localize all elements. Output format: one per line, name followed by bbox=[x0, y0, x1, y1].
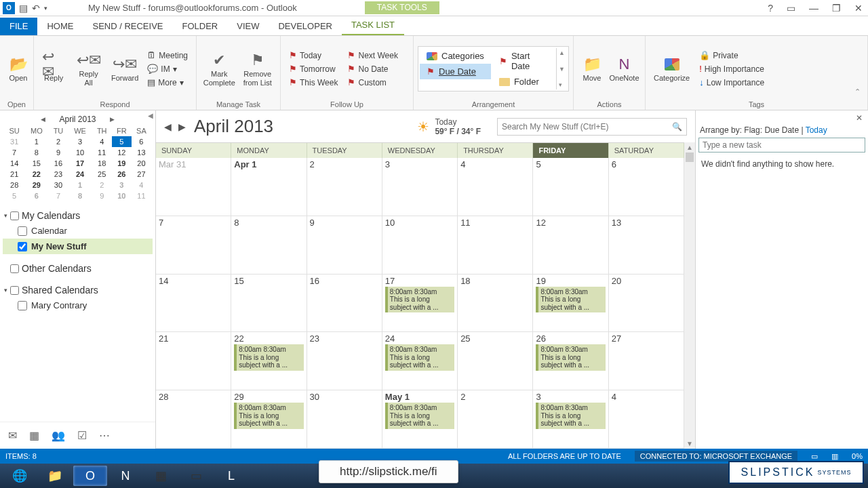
mynewstuff-checkbox[interactable] bbox=[18, 242, 27, 251]
minical-day[interactable]: 13 bbox=[132, 147, 151, 158]
minical-day[interactable]: 26 bbox=[112, 169, 132, 180]
minical-day[interactable]: 9 bbox=[48, 147, 68, 158]
arrangement-folder[interactable]: Folder bbox=[492, 74, 555, 89]
categorize-button[interactable]: Categorize bbox=[650, 54, 694, 83]
cal-day-cell[interactable]: May 18:00am 8:30amThis is a long subject… bbox=[382, 390, 458, 448]
cal-day-cell[interactable]: 248:00am 8:30amThis is a long subject wi… bbox=[382, 332, 458, 390]
cal-day-cell[interactable]: 198:00am 8:30amThis is a long subject wi… bbox=[533, 274, 608, 332]
tool-tab[interactable]: TASK TOOLS bbox=[365, 1, 439, 14]
ribbon-options-icon[interactable]: ▭ bbox=[784, 3, 798, 14]
tab-home[interactable]: HOME bbox=[37, 18, 83, 35]
minical-day[interactable]: 3 bbox=[68, 136, 92, 147]
qat-dropdown-icon[interactable]: ▾ bbox=[44, 5, 47, 12]
arrange-by-label[interactable]: Arrange by: Flag: Due Date | Today bbox=[698, 124, 865, 138]
minical-day[interactable]: 15 bbox=[24, 158, 48, 169]
taskbar-ie[interactable]: 🌐 bbox=[3, 466, 37, 486]
shared-calendars-checkbox[interactable] bbox=[10, 286, 19, 295]
minical-day[interactable]: 7 bbox=[4, 147, 24, 158]
mini-calendar[interactable]: ◀ April 2013 ▶ SUMOTUWETHFRSA31123456789… bbox=[0, 110, 155, 204]
arr-scroll-down-icon[interactable]: ▼ bbox=[559, 66, 565, 73]
cal-day-cell[interactable]: 23 bbox=[307, 332, 382, 390]
cal-day-cell[interactable]: 20 bbox=[609, 274, 684, 332]
tab-folder[interactable]: FOLDER bbox=[173, 18, 228, 35]
minical-day[interactable]: 12 bbox=[112, 147, 132, 158]
cal-day-cell[interactable]: 11 bbox=[458, 216, 533, 274]
cal-next-icon[interactable]: ▶ bbox=[178, 121, 186, 132]
onenote-button[interactable]: NOneNote bbox=[608, 54, 641, 83]
cal-day-cell[interactable]: 25 bbox=[458, 332, 533, 390]
cal-day-cell[interactable]: 178:00am 8:30amThis is a long subject wi… bbox=[382, 274, 458, 332]
minical-day[interactable]: 6 bbox=[132, 136, 151, 147]
cal-day-cell[interactable]: 9 bbox=[307, 216, 382, 274]
minical-day[interactable]: 18 bbox=[92, 158, 112, 169]
minical-day[interactable]: 14 bbox=[4, 158, 24, 169]
followup-tomorrow[interactable]: ⚑Tomorrow bbox=[285, 62, 342, 75]
minical-day[interactable]: 2 bbox=[92, 180, 112, 190]
minical-day[interactable]: 5 bbox=[112, 136, 132, 147]
low-importance-button[interactable]: ↓Low Importance bbox=[695, 76, 768, 89]
minical-day[interactable]: 11 bbox=[92, 147, 112, 158]
cal-day-cell[interactable]: 3 bbox=[382, 158, 458, 216]
reply-button[interactable]: ↩✉Reply bbox=[38, 54, 69, 83]
cal-day-cell[interactable]: 12 bbox=[533, 216, 608, 274]
undo-icon[interactable]: ↶ bbox=[32, 3, 40, 14]
minical-day[interactable]: 27 bbox=[132, 169, 151, 180]
minical-day[interactable]: 10 bbox=[68, 147, 92, 158]
cal-day-cell[interactable]: 8 bbox=[231, 216, 307, 274]
zoom-level[interactable]: 0% bbox=[852, 452, 863, 460]
tab-view[interactable]: VIEW bbox=[227, 18, 269, 35]
minical-day[interactable]: 24 bbox=[68, 169, 92, 180]
cal-day-cell[interactable]: 2 bbox=[307, 158, 382, 216]
meeting-button[interactable]: 🗓Meeting bbox=[143, 49, 192, 62]
minical-day[interactable]: 4 bbox=[132, 180, 151, 190]
calendar-appointment[interactable]: 8:00am 8:30amThis is a long subject with… bbox=[234, 403, 303, 429]
cal-day-cell[interactable]: 4 bbox=[458, 158, 533, 216]
arrangement-start-date[interactable]: ⚑Start Date bbox=[492, 48, 555, 74]
scrollbar-thumb[interactable] bbox=[686, 152, 694, 162]
taskbar-app1[interactable]: ▦ bbox=[144, 466, 178, 486]
help-icon[interactable]: ? bbox=[765, 3, 776, 14]
nav-tasks-icon[interactable]: ☑ bbox=[77, 429, 87, 442]
arrange-today-link[interactable]: Today bbox=[806, 125, 827, 135]
cal-day-cell[interactable]: 30 bbox=[307, 390, 382, 448]
minical-prev-icon[interactable]: ◀ bbox=[41, 116, 45, 123]
cal-day-cell[interactable]: 4 bbox=[609, 390, 684, 448]
remove-from-list-button[interactable]: ⚑Remove from List bbox=[239, 49, 277, 87]
minical-day[interactable]: 6 bbox=[24, 190, 48, 201]
cal-scroll-up-icon[interactable]: ▲ bbox=[686, 144, 693, 151]
taskpane-close-icon[interactable]: ✕ bbox=[698, 113, 865, 124]
mary-checkbox[interactable] bbox=[18, 301, 27, 310]
nav-calendar-icon[interactable]: ▦ bbox=[29, 429, 39, 442]
leftnav-collapse-icon[interactable]: ◀ bbox=[148, 112, 153, 119]
calendar-appointment[interactable]: 8:00am 8:30amThis is a long subject with… bbox=[385, 344, 454, 371]
private-button[interactable]: 🔒Private bbox=[695, 49, 768, 62]
other-calendars-checkbox[interactable] bbox=[10, 264, 19, 273]
minical-day[interactable]: 4 bbox=[92, 136, 112, 147]
minical-day[interactable]: 20 bbox=[132, 158, 151, 169]
minical-day[interactable]: 17 bbox=[68, 158, 92, 169]
cal-day-cell[interactable]: 7 bbox=[156, 216, 231, 274]
cal-day-cell[interactable]: 268:00am 8:30amThis is a long subject wi… bbox=[533, 332, 608, 390]
cal-day-cell[interactable]: 18 bbox=[458, 274, 533, 332]
open-button[interactable]: 📂Open bbox=[4, 54, 33, 83]
minical-day[interactable]: 30 bbox=[48, 180, 68, 190]
arr-more-icon[interactable]: ▾ bbox=[559, 81, 565, 88]
search-input[interactable] bbox=[502, 122, 672, 131]
cal-day-cell[interactable]: 38:00am 8:30amThis is a long subject wit… bbox=[533, 390, 608, 448]
minical-day[interactable]: 31 bbox=[4, 136, 24, 147]
taskbar-onenote[interactable]: N bbox=[108, 466, 142, 486]
tab-send-receive[interactable]: SEND / RECEIVE bbox=[83, 18, 172, 35]
other-calendars-group[interactable]: ▾Other Calendars bbox=[3, 261, 153, 276]
minical-day[interactable]: 22 bbox=[24, 169, 48, 180]
minical-day[interactable]: 9 bbox=[92, 190, 112, 201]
cal-day-cell[interactable]: Mar 31 bbox=[156, 158, 231, 216]
high-importance-button[interactable]: !High Importance bbox=[695, 62, 768, 75]
minical-day[interactable]: 16 bbox=[48, 158, 68, 169]
search-icon[interactable]: 🔍 bbox=[672, 122, 682, 131]
followup-next-week[interactable]: ⚑Next Week bbox=[343, 49, 401, 62]
cal-day-cell[interactable]: 28 bbox=[156, 390, 231, 448]
calendar-appointment[interactable]: 8:00am 8:30amThis is a long subject with… bbox=[536, 344, 605, 371]
followup-no-date[interactable]: ⚑No Date bbox=[343, 62, 401, 75]
calendar-appointment[interactable]: 8:00am 8:30amThis is a long subject with… bbox=[536, 287, 605, 313]
calendar-appointment[interactable]: 8:00am 8:30amThis is a long subject with… bbox=[385, 287, 454, 313]
